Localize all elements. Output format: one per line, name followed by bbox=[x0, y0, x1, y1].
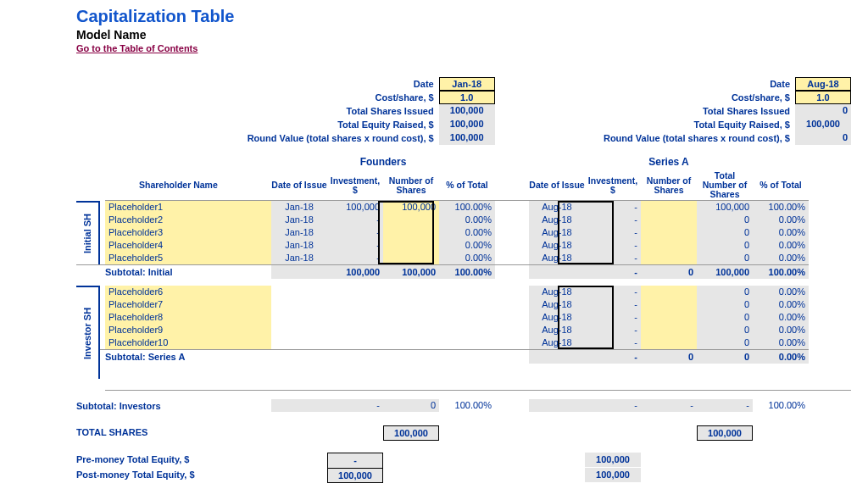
label-total-equity-raised: Total Equity Raised, $ bbox=[337, 118, 439, 131]
shareholder-name-input[interactable]: Placeholder7 bbox=[105, 298, 271, 311]
founders-shares-input[interactable] bbox=[383, 239, 439, 252]
seriesa-header: Series A bbox=[529, 153, 809, 170]
col-total-num-a: Total Number of Shares bbox=[697, 170, 753, 201]
col-pct-a: % of Total bbox=[753, 170, 809, 201]
table-row: Placeholder2Jan-18-0.00%Aug-18-00.00% bbox=[100, 214, 851, 226]
label-date-a: Date bbox=[770, 77, 795, 91]
subtotal-initial-label: Subtotal: Initial bbox=[105, 264, 271, 279]
seriesa-round-value: 0 bbox=[795, 131, 851, 145]
subtotal-investors-row: Subtotal: Investors - 0 100.00% - - - 10… bbox=[76, 399, 851, 414]
pre-money-row: Pre-money Total Equity, $ - 100,000 bbox=[76, 453, 851, 468]
table-row: Placeholder8Aug-18-00.00% bbox=[100, 311, 851, 324]
founders-shares-input[interactable]: 100,000 bbox=[383, 201, 439, 214]
page-title: Capitalization Table bbox=[76, 7, 851, 26]
table-row: Placeholder4Jan-18-0.00%Aug-18-00.00% bbox=[100, 239, 851, 252]
col-date-issue-f: Date of Issue bbox=[271, 170, 327, 201]
label-date: Date bbox=[414, 77, 439, 91]
founders-shares-input[interactable] bbox=[383, 226, 439, 239]
col-date-issue-a: Date of Issue bbox=[529, 170, 585, 201]
table-row: Placeholder3Jan-18-0.00%Aug-18-00.00% bbox=[100, 226, 851, 239]
total-shares-row: TOTAL SHARES 100,000 100,000 bbox=[76, 425, 851, 441]
label-cost-share: Cost/share, $ bbox=[376, 91, 439, 104]
seriesa-cost-share[interactable]: 1.0 bbox=[795, 91, 851, 104]
post-money-row: Post-money Total Equity, $ 100,000 100,0… bbox=[76, 468, 851, 483]
shareholder-name-input[interactable]: Placeholder5 bbox=[105, 252, 271, 264]
total-shares-seriesa: 100,000 bbox=[697, 425, 753, 441]
col-investment-f: Investment, $ bbox=[327, 170, 383, 201]
founders-equity-raised: 100,000 bbox=[439, 118, 495, 131]
seriesa-shares-input[interactable] bbox=[641, 201, 697, 214]
shareholder-name-input[interactable]: Placeholder2 bbox=[105, 214, 271, 226]
shareholder-name-input[interactable]: Placeholder10 bbox=[105, 336, 271, 349]
initial-sh-label: Initial SH bbox=[76, 201, 100, 264]
summary-area: Date Cost/share, $ Total Shares Issued T… bbox=[76, 77, 851, 145]
subtotal-initial-row: Subtotal: Initial 100,000 100,000 100.00… bbox=[76, 264, 851, 279]
total-shares-founders: 100,000 bbox=[383, 425, 439, 441]
pre-money-founders: - bbox=[327, 453, 383, 468]
label-total-shares-issued-a: Total Shares Issued bbox=[703, 104, 795, 118]
seriesa-shares-input[interactable] bbox=[641, 286, 697, 298]
seriesa-shares-input[interactable] bbox=[641, 324, 697, 336]
founders-shares-input[interactable] bbox=[383, 214, 439, 226]
founders-cost-share[interactable]: 1.0 bbox=[439, 91, 495, 104]
table-row: Placeholder5Jan-18-0.00%Aug-18-00.00% bbox=[100, 252, 851, 264]
subtotal-seriesa-row: Subtotal: Series A - 0 0 0.00% bbox=[100, 349, 851, 364]
founders-header: Founders bbox=[271, 153, 495, 170]
shareholder-name-input[interactable]: Placeholder6 bbox=[105, 286, 271, 298]
founders-total-shares: 100,000 bbox=[439, 104, 495, 118]
seriesa-shares-input[interactable] bbox=[641, 311, 697, 324]
seriesa-equity-raised: 100,000 bbox=[795, 118, 851, 131]
label-round-value: Round Value (total shares x round cost),… bbox=[248, 131, 439, 145]
shareholder-name-input[interactable]: Placeholder1 bbox=[105, 201, 271, 214]
col-shareholder: Shareholder Name bbox=[105, 170, 271, 201]
founders-round-value: 100,000 bbox=[439, 131, 495, 145]
post-money-seriesa: 100,000 bbox=[585, 468, 641, 482]
table-row: Placeholder9Aug-18-00.00% bbox=[100, 324, 851, 336]
col-pct-f: % of Total bbox=[439, 170, 495, 201]
founders-date[interactable]: Jan-18 bbox=[439, 77, 495, 91]
investor-sh-label: Investor SH bbox=[76, 286, 100, 379]
shareholder-name-input[interactable]: Placeholder4 bbox=[105, 239, 271, 252]
pre-money-seriesa: 100,000 bbox=[585, 453, 641, 467]
model-name: Model Name bbox=[76, 28, 851, 42]
seriesa-shares-input[interactable] bbox=[641, 252, 697, 264]
subtotal-seriesa-label: Subtotal: Series A bbox=[105, 349, 271, 364]
col-num-shares-f: Number of Shares bbox=[383, 170, 439, 201]
seriesa-shares-input[interactable] bbox=[641, 298, 697, 311]
label-total-equity-raised-a: Total Equity Raised, $ bbox=[694, 118, 796, 131]
table-row: Placeholder1Jan-18100,000100,000100.00%A… bbox=[100, 201, 851, 214]
table-row: Placeholder6Aug-18-00.00% bbox=[100, 286, 851, 298]
label-cost-share-a: Cost/share, $ bbox=[732, 91, 795, 104]
post-money-founders: 100,000 bbox=[327, 468, 383, 483]
seriesa-date[interactable]: Aug-18 bbox=[795, 77, 851, 91]
shareholder-name-input[interactable]: Placeholder8 bbox=[105, 311, 271, 324]
seriesa-shares-input[interactable] bbox=[641, 226, 697, 239]
seriesa-shares-input[interactable] bbox=[641, 336, 697, 349]
seriesa-shares-input[interactable] bbox=[641, 214, 697, 226]
col-num-shares-a: Number of Shares bbox=[641, 170, 697, 201]
label-round-value-a: Round Value (total shares x round cost),… bbox=[604, 131, 795, 145]
shareholder-name-input[interactable]: Placeholder9 bbox=[105, 324, 271, 336]
toc-link[interactable]: Go to the Table of Contents bbox=[76, 43, 198, 53]
seriesa-shares-input[interactable] bbox=[641, 239, 697, 252]
table-row: Placeholder7Aug-18-00.00% bbox=[100, 298, 851, 311]
label-total-shares-issued: Total Shares Issued bbox=[347, 104, 439, 118]
col-investment-a: Investment, $ bbox=[585, 170, 641, 201]
table-row: Placeholder10Aug-18-00.00% bbox=[100, 336, 851, 349]
seriesa-total-shares: 0 bbox=[795, 104, 851, 118]
founders-shares-input[interactable] bbox=[383, 252, 439, 264]
shareholder-name-input[interactable]: Placeholder3 bbox=[105, 226, 271, 239]
